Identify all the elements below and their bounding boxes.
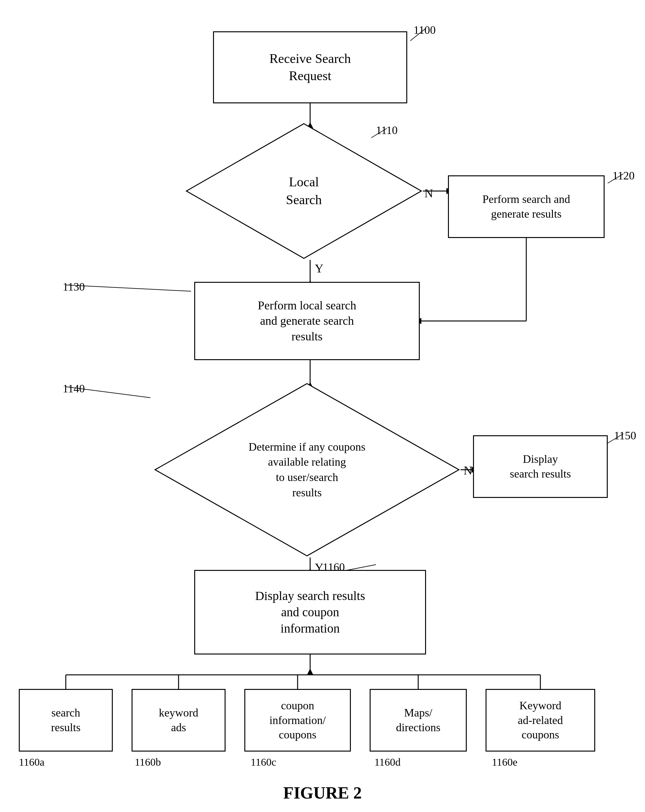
node-maps-directions: Maps/directions [370,689,467,752]
label-1160e: 1160e [492,756,518,768]
node-display-coupon-info: Display search resultsand couponinformat… [194,570,426,655]
node-perform-local-search: Perform local searchand generate searchr… [194,282,420,360]
label-1160c: 1160c [251,756,276,768]
svg-line-29 [66,387,150,398]
svg-line-26 [608,174,624,183]
svg-line-25 [371,128,387,138]
node-keyword-ad-coupons: Keywordad-relatedcoupons [486,689,595,752]
figure-caption: FIGURE 2 [0,783,645,803]
label-1160d: 1160d [374,756,400,768]
node-receive-search-request: Receive SearchRequest [213,31,407,103]
node-determine-coupons: Determine if any couponsavailable relati… [153,382,460,557]
label-y-1110: Y [315,261,323,275]
svg-line-23 [410,28,426,41]
node-perform-search: Perform search andgenerate results [448,176,605,238]
svg-line-27 [66,285,191,291]
label-n-1110: N [425,186,433,200]
label-1160a: 1160a [19,756,44,768]
label-1160b: 1160b [135,756,161,768]
node-local-search: LocalSearch [185,122,423,260]
node-search-results: searchresults [19,689,113,752]
node-display-search-results: Displaysearch results [473,435,608,498]
svg-line-30 [608,434,624,443]
flowchart-diagram: Receive SearchRequest 1100 LocalSearch 1… [0,0,645,812]
label-n-1140: N [464,464,472,477]
node-keyword-ads: keywordads [131,689,226,752]
node-determine-coupons-text: Determine if any couponsavailable relati… [224,440,391,500]
node-local-search-text: LocalSearch [274,170,334,212]
svg-marker-16 [307,669,313,675]
node-coupon-info: couponinformation/coupons [245,689,351,752]
